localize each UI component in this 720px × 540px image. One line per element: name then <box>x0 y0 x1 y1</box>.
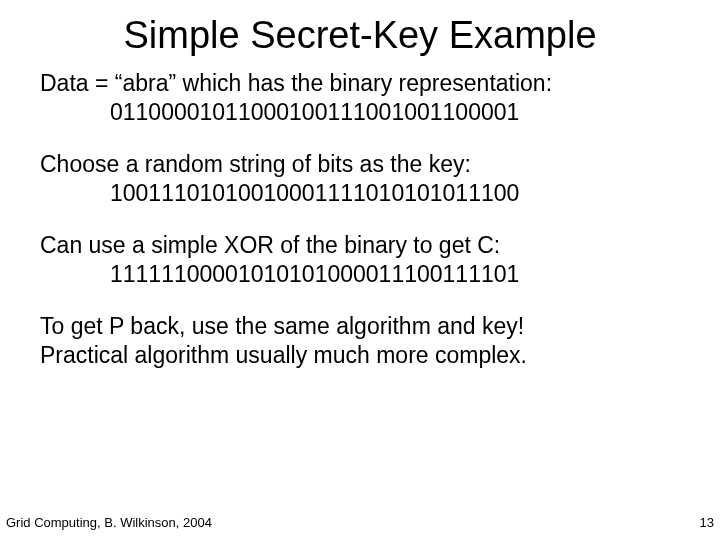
footer-page: 13 <box>700 515 714 530</box>
closing-line-2: Practical algorithm usually much more co… <box>40 341 680 370</box>
footer-source: Grid Computing, B. Wilkinson, 2004 <box>6 515 212 530</box>
xor-label: Can use a simple XOR of the binary to ge… <box>40 231 680 260</box>
slide: Simple Secret-Key Example Data = “abra” … <box>0 0 720 540</box>
data-label: Data = “abra” which has the binary repre… <box>40 69 680 98</box>
footer: Grid Computing, B. Wilkinson, 2004 13 <box>6 515 714 530</box>
xor-section: Can use a simple XOR of the binary to ge… <box>40 231 680 290</box>
slide-title: Simple Secret-Key Example <box>0 0 720 57</box>
xor-bits: 11111100001010101000011100111101 <box>40 260 680 289</box>
slide-body: Data = “abra” which has the binary repre… <box>0 57 720 371</box>
data-bits: 01100001011000100111001001100001 <box>40 98 680 127</box>
data-section: Data = “abra” which has the binary repre… <box>40 69 680 128</box>
key-bits: 10011101010010001111010101011100 <box>40 179 680 208</box>
key-label: Choose a random string of bits as the ke… <box>40 150 680 179</box>
key-section: Choose a random string of bits as the ke… <box>40 150 680 209</box>
closing-line-1: To get P back, use the same algorithm an… <box>40 312 680 341</box>
closing-section: To get P back, use the same algorithm an… <box>40 312 680 371</box>
